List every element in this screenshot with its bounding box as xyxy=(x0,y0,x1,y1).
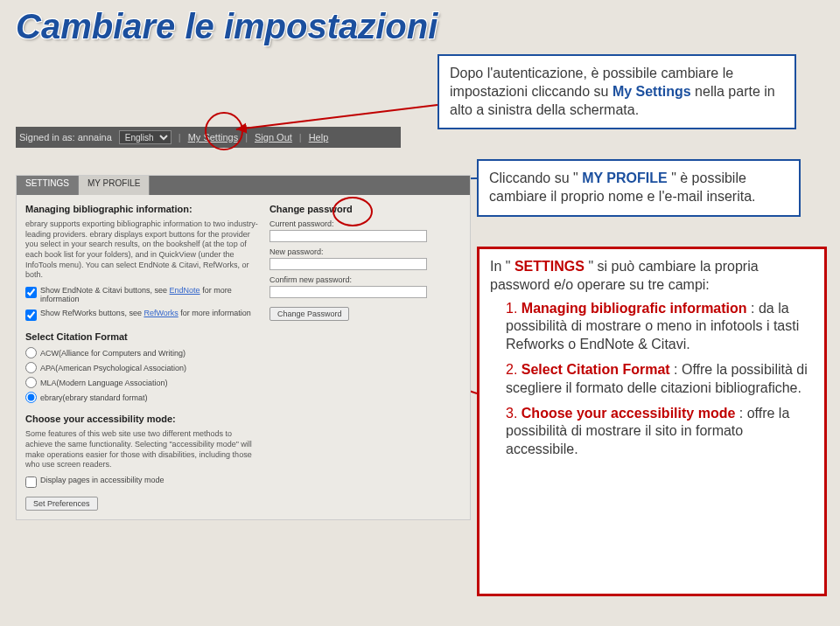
radio-mla[interactable] xyxy=(25,377,37,388)
settings-panel: SETTINGS MY PROFILE Managing bibliograph… xyxy=(16,175,471,520)
separator: | xyxy=(299,132,302,143)
callout-intro: Dopo l'autenticazione, è possibile cambi… xyxy=(438,54,796,129)
section-heading-citation: Select Citation Format xyxy=(25,331,261,342)
set-preferences-button[interactable]: Set Preferences xyxy=(25,497,98,511)
list-heading: Select Citation Format xyxy=(522,362,670,377)
tab-settings[interactable]: SETTINGS xyxy=(17,176,79,195)
list-number: 2. xyxy=(506,362,522,377)
label-new-password: New password: xyxy=(270,247,461,256)
radio-label: APA(American Psychological Association) xyxy=(40,364,186,372)
section-heading-bibliographic: Managing bibliographic information: xyxy=(25,204,261,214)
list-number: 3. xyxy=(506,406,522,421)
label-confirm-password: Confirm new password: xyxy=(270,275,461,284)
callout-myprofile: Cliccando su " MY PROFILE " è possibile … xyxy=(477,159,801,217)
text: Cliccando su " xyxy=(489,170,578,185)
list-number: 1. xyxy=(506,301,522,316)
sign-out-link[interactable]: Sign Out xyxy=(255,132,292,143)
checkbox-label: Show EndNote & Citavi buttons, see EndNo… xyxy=(40,286,261,303)
text-bold: My Settings xyxy=(612,84,695,99)
list-heading: Choose your accessibility mode xyxy=(522,406,736,421)
radio-apa[interactable] xyxy=(25,362,37,373)
slide-title: Cambiare le impostazioni xyxy=(16,7,438,46)
radio-label: ebrary(ebrary standard format) xyxy=(40,393,148,402)
section-heading-accessibility: Choose your accessibility mode: xyxy=(25,414,261,424)
tab-my-profile[interactable]: MY PROFILE xyxy=(79,176,150,195)
section-description: Some features of this web site use two d… xyxy=(25,429,261,470)
input-confirm-password[interactable] xyxy=(270,286,427,298)
highlight-circle-mysettings xyxy=(205,112,243,150)
radio-label: ACW(Alliance for Computers and Writing) xyxy=(40,349,186,358)
section-description: ebrary supports exporting bibliographic … xyxy=(25,219,261,281)
help-link[interactable]: Help xyxy=(309,132,329,143)
separator: | xyxy=(178,132,181,143)
checkbox-accessibility[interactable] xyxy=(25,476,37,488)
checkbox-endnote[interactable] xyxy=(25,287,37,298)
text-bold: SETTINGS xyxy=(514,259,584,274)
tabs-row: SETTINGS MY PROFILE xyxy=(17,176,470,195)
checkbox-label: Show RefWorks buttons, see RefWorks for … xyxy=(40,309,251,317)
callout-settings: In " SETTINGS " si può cambiare la propr… xyxy=(477,247,827,596)
text: In " xyxy=(490,259,510,274)
svg-line-0 xyxy=(236,105,438,129)
text-bold: MY PROFILE xyxy=(582,170,668,185)
checkbox-refworks[interactable] xyxy=(25,310,37,321)
refworks-link[interactable]: RefWorks xyxy=(144,309,178,317)
separator: | xyxy=(245,132,248,143)
highlight-circle-change-password xyxy=(332,197,373,226)
list-heading: Managing bibliografic information xyxy=(522,301,747,316)
radio-label: MLA(Modern Language Association) xyxy=(40,379,168,387)
input-new-password[interactable] xyxy=(270,258,427,270)
radio-acw[interactable] xyxy=(25,347,37,358)
input-current-password[interactable] xyxy=(270,230,427,242)
signed-in-label: Signed in as: annaina xyxy=(19,132,112,143)
change-password-button[interactable]: Change Password xyxy=(270,307,350,321)
radio-ebrary[interactable] xyxy=(25,392,37,403)
endnote-link[interactable]: EndNote xyxy=(170,286,200,295)
language-select[interactable]: English xyxy=(119,130,172,144)
checkbox-label: Display pages in accessibility mode xyxy=(40,476,164,484)
